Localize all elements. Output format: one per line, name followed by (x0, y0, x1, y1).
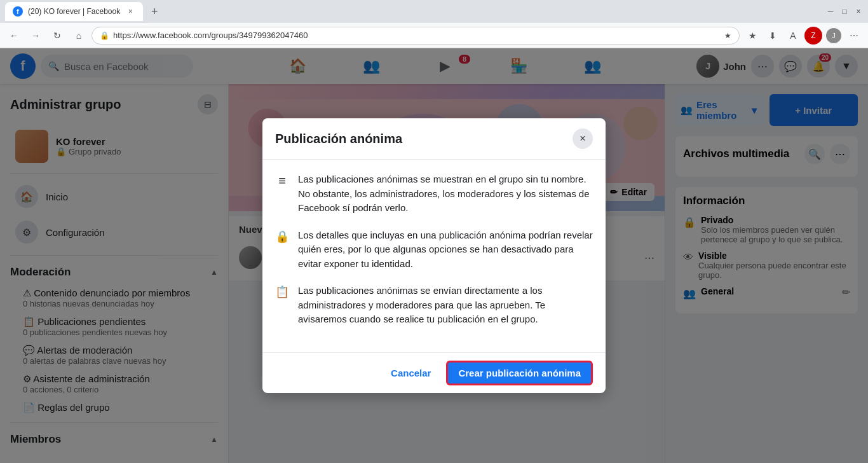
modal-info-text-3: Las publicaciones anónimas se envían dir… (298, 284, 593, 327)
back-button[interactable]: ← (5, 27, 23, 45)
download-button[interactable]: ⬇ (764, 27, 782, 45)
send-icon: 📋 (275, 285, 289, 299)
forward-button[interactable]: → (27, 27, 44, 45)
modal-header: Publicación anónima × (262, 118, 606, 160)
cancel-button[interactable]: Cancelar (383, 363, 438, 384)
modal-info-item-1: ≡ Las publicaciones anónimas se muestran… (275, 172, 593, 216)
privacy-lock-icon: 🔒 (275, 230, 289, 244)
menu-button[interactable]: ⋯ (845, 27, 863, 45)
translate-button[interactable]: A (784, 27, 802, 45)
reload-button[interactable]: ↻ (48, 27, 66, 45)
modal-info-text-1: Las publicaciones anónimas se muestran e… (298, 172, 593, 216)
modal-body: ≡ Las publicaciones anónimas se muestran… (262, 160, 606, 352)
zoom-button[interactable]: Z (804, 27, 822, 45)
close-window-button[interactable]: × (854, 7, 863, 16)
modal-close-button[interactable]: × (573, 128, 593, 149)
modal-title: Publicación anónima (275, 132, 402, 146)
home-button[interactable]: ⌂ (70, 27, 88, 45)
new-tab-button[interactable]: + (146, 3, 163, 20)
tab-favicon: f (13, 6, 23, 17)
address-bar[interactable]: 🔒 https://www.facebook.com/groups/349799… (92, 27, 740, 45)
minimize-button[interactable]: ─ (826, 7, 835, 16)
tab-title: (20) KO forever | Facebook (28, 7, 120, 16)
anonymous-post-modal: Publicación anónima × ≡ Las publicacione… (262, 118, 606, 393)
list-icon: ≡ (275, 174, 289, 188)
browser-navbar: ← → ↻ ⌂ 🔒 https://www.facebook.com/group… (0, 23, 868, 48)
modal-info-item-2: 🔒 Los detalles que incluyas en una publi… (275, 228, 593, 272)
maximize-button[interactable]: □ (840, 7, 849, 16)
profile-button[interactable]: J (825, 27, 843, 45)
tab-close-button[interactable]: × (125, 6, 135, 17)
modal-overlay[interactable]: Publicación anónima × ≡ Las publicacione… (0, 48, 868, 463)
url-text: https://www.facebook.com/groups/34979936… (113, 31, 721, 40)
create-anonymous-post-button[interactable]: Crear publicación anónima (446, 361, 593, 385)
modal-footer: Cancelar Crear publicación anónima (262, 352, 606, 393)
extensions-button[interactable]: ★ (743, 27, 761, 45)
modal-info-item-3: 📋 Las publicaciones anónimas se envían d… (275, 284, 593, 327)
modal-info-text-2: Los detalles que incluyas en una publica… (298, 228, 593, 272)
browser-tab[interactable]: f (20) KO forever | Facebook × (5, 2, 143, 21)
